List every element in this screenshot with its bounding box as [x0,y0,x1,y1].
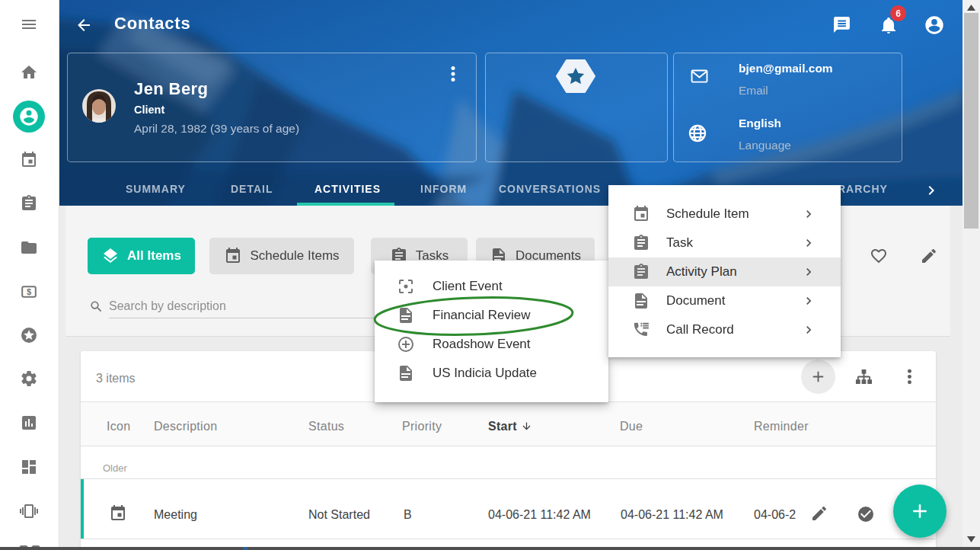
svg-text:$: $ [27,287,31,296]
